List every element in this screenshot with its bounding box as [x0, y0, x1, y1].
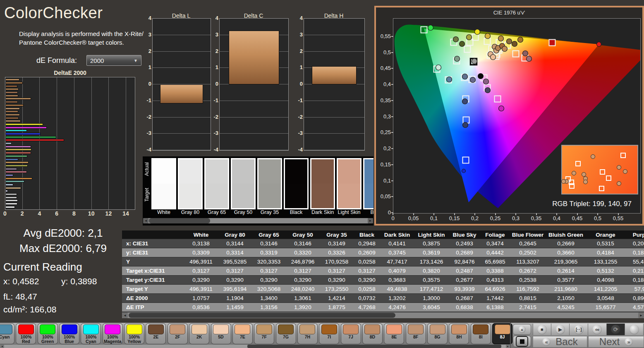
patch-button-cyan[interactable]: Cyan — [0, 323, 14, 344]
loop-button[interactable]: ∞ — [588, 324, 607, 335]
patch-swatch — [299, 324, 315, 334]
play-button[interactable]: ▶ — [551, 324, 570, 335]
patch-swatch — [278, 324, 294, 334]
patch-button-100-magenta[interactable]: 100% Magenta — [103, 323, 123, 344]
table-scrollbar[interactable]: ◄ ► — [122, 312, 644, 318]
deltae-bar — [5, 158, 18, 161]
axis-tick — [515, 213, 516, 215]
back-button[interactable]: « Back — [533, 336, 587, 348]
scroll-right-icon[interactable]: ► — [506, 345, 510, 348]
swatch-scrollbar[interactable]: ◄ ► — [143, 218, 373, 223]
inset-measured-point — [617, 165, 621, 170]
cie-measured-point — [447, 77, 452, 82]
scroll-right-icon[interactable]: ► — [638, 312, 644, 318]
table-cell: 0,3127 — [184, 266, 218, 275]
continuous-refresh-button[interactable]: ⟳ — [607, 324, 625, 335]
patch-button-100-green[interactable]: 100% Green — [38, 323, 58, 344]
swatch-blue[interactable] — [363, 158, 373, 209]
scroll-left-icon[interactable]: ◄ — [0, 345, 4, 348]
transport-controls: ■▶[··]∞⟳ — [533, 324, 644, 335]
table-cell: 0,3820 — [414, 266, 449, 275]
swatch-gray-80[interactable] — [178, 158, 203, 209]
de-formula-dropdown[interactable]: 2000 ▼ — [86, 55, 141, 66]
step-measure-button[interactable]: [··] — [570, 324, 588, 335]
patch-button-100-cyan[interactable]: 100% Cyan — [81, 323, 101, 344]
patch-scrollbar-thumb[interactable] — [247, 345, 501, 348]
patch-button-5d[interactable]: 5D — [211, 323, 231, 344]
table-cell: 0,2669 — [546, 239, 586, 248]
patch-button-8g[interactable]: 8G — [427, 323, 448, 344]
table-cell: 0,3388 — [480, 266, 510, 275]
scroll-left-icon[interactable]: ◄ — [122, 312, 128, 318]
table-cell: 57,9 — [625, 285, 644, 293]
table-cell: 0,3290 — [184, 276, 218, 284]
blank-button[interactable] — [625, 324, 644, 335]
target-row-label: Target — [144, 188, 150, 202]
patch-label: 8H — [449, 334, 469, 339]
swatch-dark-skin[interactable] — [310, 158, 335, 209]
patch-button-2k[interactable]: 2K — [189, 323, 209, 344]
patch-button-8f[interactable]: 8F — [406, 323, 426, 344]
swatch-gray-35[interactable] — [257, 158, 282, 209]
patch-button-8d[interactable]: 8D — [362, 323, 383, 344]
patch-button-7f[interactable]: 7F — [254, 323, 274, 344]
swatch-scrollbar-thumb[interactable] — [149, 218, 210, 223]
patch-button-100-yellow[interactable]: 100% Yellow — [124, 323, 144, 344]
table-cell: 0,3149 — [320, 239, 354, 248]
table-cell: 320,5068 — [252, 285, 286, 293]
deltae-bar — [5, 199, 18, 202]
patch-button-8j[interactable]: 8J — [492, 323, 512, 344]
patch-button-2e[interactable]: 2E — [146, 323, 166, 344]
patch-button-8e[interactable]: 8E — [384, 323, 404, 344]
scroll-up-button[interactable]: ▲ — [513, 324, 531, 335]
patch-button-2f[interactable]: 2F — [168, 323, 188, 344]
swatch-black[interactable] — [284, 158, 309, 209]
table-cell: 0,183 — [625, 248, 644, 257]
table-cell: 0,3660 — [546, 248, 586, 257]
swatch-label: Gray 65 — [204, 209, 229, 215]
patch-label: 7J — [341, 334, 361, 339]
table-cell: 0,4442 — [480, 248, 510, 257]
inset-measured-point — [572, 171, 576, 175]
table-cell: 211,9680 — [546, 285, 586, 293]
swatch-white[interactable] — [151, 158, 176, 209]
scroll-left-icon[interactable]: ◄ — [143, 218, 148, 223]
deltae-bar — [5, 184, 13, 186]
table-scrollbar-thumb[interactable] — [129, 313, 395, 318]
patch-button-7g[interactable]: 7G — [276, 323, 296, 344]
swatch-target — [206, 184, 228, 208]
table-cell: 0,3138 — [184, 239, 218, 248]
table-cell: 0,2487 — [449, 266, 480, 275]
patch-toolbar: Cyan100% Red100% Green100% Blue100% Cyan… — [0, 323, 644, 348]
patch-button-100-blue[interactable]: 100% Blue — [59, 323, 79, 344]
swatch-gray-65[interactable] — [204, 158, 229, 209]
table-cell: 4,2476 — [380, 303, 414, 312]
cie-measured-point — [484, 79, 489, 84]
patch-button-8i[interactable]: 8I — [471, 323, 491, 344]
table-cell: 0,5132 — [586, 266, 625, 275]
table-cell: 0,3290 — [252, 276, 286, 284]
patch-button-7h[interactable]: 7H — [297, 323, 318, 344]
table-cell: 1,3400 — [252, 294, 286, 302]
patch-button-100-red[interactable]: 100% Red — [16, 323, 36, 344]
axis-tick-label: 2 — [21, 210, 24, 217]
patch-scrollbar[interactable]: ◄ ► — [0, 345, 510, 348]
next-button[interactable]: Next » — [588, 336, 644, 348]
patch-label: 100% Cyan — [81, 334, 101, 343]
patch-label: 2K — [189, 334, 209, 339]
axis-tick-label: -3 — [294, 130, 303, 136]
axis-tick — [433, 213, 434, 215]
table-cell: 64,6926 — [480, 285, 510, 293]
patch-button-7e[interactable]: 7E — [232, 323, 253, 344]
swatch-light-skin[interactable] — [337, 158, 362, 209]
swatch-gray-50[interactable] — [231, 158, 256, 209]
stop-button[interactable]: ■ — [533, 324, 551, 335]
patch-button-7i[interactable]: 7I — [319, 323, 339, 344]
stop-pattern-button[interactable] — [513, 336, 531, 347]
table-cell: 0,3474 — [480, 239, 510, 248]
deltae-bar — [5, 165, 28, 167]
scroll-right-icon[interactable]: ► — [368, 218, 373, 223]
patch-button-8h[interactable]: 8H — [449, 323, 469, 344]
de-formula-label: dE Formula: — [36, 56, 77, 65]
patch-button-7j[interactable]: 7J — [341, 323, 361, 344]
